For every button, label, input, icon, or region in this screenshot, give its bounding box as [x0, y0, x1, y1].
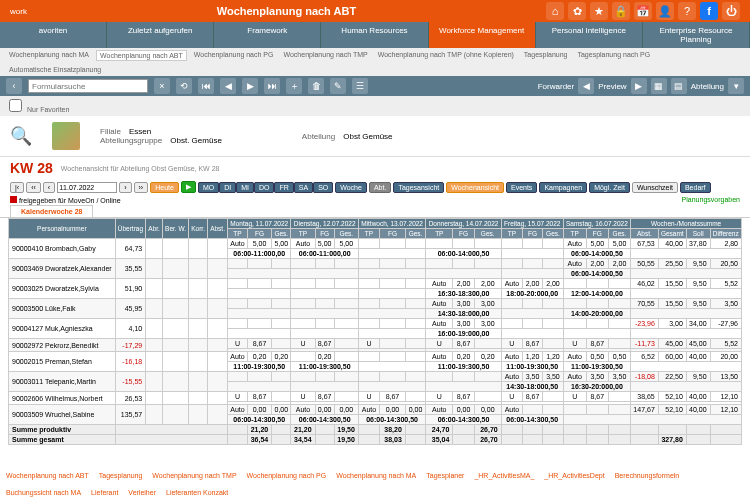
first-icon[interactable]: ⏮ — [198, 78, 214, 94]
main-tabs: avoritenZuletzt aufgerufenFrameworkHuman… — [0, 22, 750, 48]
main-tab-0[interactable]: avoriten — [0, 22, 107, 48]
sub-tab-6[interactable]: Tagesplanung nach PG — [574, 50, 653, 61]
table-row[interactable]: 90003469 Dworatzek,Alexander35,55Auto2,0… — [9, 259, 742, 269]
tag-button[interactable]: Tagesansicht — [393, 182, 444, 193]
sub-tab-4[interactable]: Wochenplanung nach TMP (ohne Kopieren) — [375, 50, 517, 61]
grid-icon[interactable]: ▦ — [651, 78, 667, 94]
avatar — [52, 122, 80, 150]
table-row[interactable]: 90003500 Lüke,Falk45,95Auto3,003,0070,55… — [9, 299, 742, 309]
table-row[interactable]: 90004127 Muk,Agnieszka4,10Auto3,003,00-2… — [9, 319, 742, 329]
next-icon[interactable]: ▶ — [242, 78, 258, 94]
nav-next[interactable]: › — [119, 182, 131, 193]
date-input[interactable] — [57, 182, 117, 193]
table-row[interactable]: 90002972 Pekrorz,Benedikt-17,29U8,67U8,6… — [9, 339, 742, 349]
list-icon[interactable]: ☰ — [352, 78, 368, 94]
play-button[interactable]: ▶ — [181, 181, 196, 193]
lock-icon[interactable]: 🔒 — [612, 2, 630, 20]
heute-button[interactable]: Heute — [150, 182, 179, 193]
sub-tab-5[interactable]: Tagesplanung — [521, 50, 571, 61]
nav-next2[interactable]: ›› — [134, 182, 149, 193]
abt-button[interactable]: Abt. — [369, 182, 391, 193]
day-DO[interactable]: DO — [254, 182, 275, 193]
control-row: |‹ ‹‹ ‹ › ›› Heute ▶ MODIMIDOFRSASO Woch… — [0, 179, 750, 195]
last-icon[interactable]: ⏭ — [264, 78, 280, 94]
fav-checkbox[interactable] — [9, 99, 22, 112]
day-MI[interactable]: MI — [236, 182, 254, 193]
prev-icon[interactable]: ◀ — [220, 78, 236, 94]
gear-icon[interactable]: ✿ — [568, 2, 586, 20]
table-row[interactable]: 90003011 Telepanic,Martin-15,55Auto3,503… — [9, 372, 742, 382]
table-row[interactable]: 90003025 Dworatzek,Sylvia51,90Auto2,002,… — [9, 279, 742, 289]
day-DI[interactable]: DI — [219, 182, 236, 193]
sub-tab-2[interactable]: Wochenplanung nach PG — [191, 50, 277, 61]
sub-tab-3[interactable]: Wochenplanung nach TMP — [280, 50, 370, 61]
sub-tab-0[interactable]: Wochenplanung nach MA — [6, 50, 92, 61]
nav-prev[interactable]: ‹ — [43, 182, 55, 193]
star-icon[interactable]: ★ — [590, 2, 608, 20]
abteilung-label: Abteilung — [691, 82, 724, 91]
kw-row: KW 28 Wochenansicht für Abteilung Obst G… — [0, 157, 750, 179]
sum-gesamt: Summe gesamt36,5434,5419,5038,0335,0426,… — [9, 435, 742, 445]
tab-kw[interactable]: Kalenderwoche 28 — [10, 205, 93, 217]
kw-number: KW 28 — [10, 160, 53, 176]
sub-tabs: Wochenplanung nach MAWochenplanung nach … — [0, 48, 750, 76]
toolbar: ‹ × ⟲ ⏮ ◀ ▶ ⏭ ＋ 🗑 ✎ ☰ Forwarder ◀ Previe… — [0, 76, 750, 96]
main-tab-3[interactable]: Human Resources — [321, 22, 428, 48]
add-icon[interactable]: ＋ — [286, 78, 302, 94]
day-SO[interactable]: SO — [313, 182, 333, 193]
filiale-value: Essen — [129, 127, 151, 136]
brand: work — [10, 7, 27, 16]
search-input[interactable] — [28, 79, 148, 93]
kampagnen-button[interactable]: Kampagnen — [539, 182, 587, 193]
sub-tab-1[interactable]: Wochenplanung nach ABT — [96, 50, 187, 61]
abt-value: Obst Gemüse — [343, 132, 392, 141]
close-icon[interactable]: × — [154, 78, 170, 94]
kw-subtitle: Wochenansicht für Abteilung Obst Gemüse,… — [61, 165, 220, 172]
wochen-button[interactable]: Wochenansicht — [446, 182, 504, 193]
chevron-right-icon[interactable]: ▶ — [631, 78, 647, 94]
sub-tab-7[interactable]: Automatische Einsatzplanung — [6, 65, 104, 74]
table-row[interactable]: 90002606 Wilhelmus,Norbert26,53U8,67U8,6… — [9, 392, 742, 402]
preview-label: Preview — [598, 82, 626, 91]
page-title: Wochenplanung nach ABT — [27, 5, 546, 17]
back-icon[interactable]: ‹ — [6, 78, 22, 94]
table-row[interactable]: 90002015 Preman,Stefan-16,18Auto0,200,20… — [9, 352, 742, 362]
main-tab-6[interactable]: Enterprise Resource Planning — [643, 22, 750, 48]
facebook-icon[interactable]: f — [700, 2, 718, 20]
chevron-left-icon[interactable]: ◀ — [578, 78, 594, 94]
day-MO[interactable]: MO — [198, 182, 219, 193]
chevron-down-icon[interactable]: ▾ — [728, 78, 744, 94]
home-icon[interactable]: ⌂ — [546, 2, 564, 20]
toolbar-sub: Nur Favoriten — [0, 96, 750, 116]
day-SA[interactable]: SA — [294, 182, 313, 193]
nav-prev2[interactable]: ‹‹ — [26, 182, 41, 193]
wunsch-button[interactable]: Wunschzeit — [632, 182, 678, 193]
main-tab-4[interactable]: Workforce Management — [429, 22, 536, 48]
calendar-icon[interactable]: 📅 — [634, 2, 652, 20]
main-tab-2[interactable]: Framework — [214, 22, 321, 48]
user-icon[interactable]: 👤 — [656, 2, 674, 20]
woche-button[interactable]: Woche — [335, 182, 367, 193]
legend: freigegeben für MoveOn / Online Planungs… — [0, 195, 750, 205]
bedarf-button[interactable]: Bedarf — [680, 182, 711, 193]
header-bar: work Wochenplanung nach ABT ⌂ ✿ ★ 🔒 📅 👤 … — [0, 0, 750, 22]
schedule-table: PersonalnummerÜbertragAbr.Ber. W.Korr.Ab… — [8, 218, 742, 445]
refresh-icon[interactable]: ⟲ — [176, 78, 192, 94]
main-tab-1[interactable]: Zuletzt aufgerufen — [107, 22, 214, 48]
search-icon[interactable]: 🔍 — [10, 125, 32, 147]
power-icon[interactable]: ⏻ — [722, 2, 740, 20]
nav-first[interactable]: |‹ — [10, 182, 24, 193]
help-icon[interactable]: ? — [678, 2, 696, 20]
table-row[interactable]: 90000410 Brombach,Gaby64,73Auto5,005,00A… — [9, 239, 742, 249]
excel-icon[interactable]: ▤ — [671, 78, 687, 94]
mgl-button[interactable]: Mögl. Zeit — [589, 182, 630, 193]
day-FR[interactable]: FR — [274, 182, 293, 193]
main-tab-5[interactable]: Personal Intelligence — [536, 22, 643, 48]
sum-produktiv: Summe produktiv21,2021,2019,5038,2024,70… — [9, 425, 742, 435]
info-row: 🔍 FilialeEssen AbteilungsgruppeObst. Gem… — [0, 116, 750, 157]
header-icons: ⌂ ✿ ★ 🔒 📅 👤 ? f ⏻ — [546, 2, 740, 20]
table-row[interactable]: 90003509 Wruchel,Sabine135,57Auto0,000,0… — [9, 405, 742, 415]
edit-icon[interactable]: ✎ — [330, 78, 346, 94]
delete-icon[interactable]: 🗑 — [308, 78, 324, 94]
events-button[interactable]: Events — [506, 182, 537, 193]
